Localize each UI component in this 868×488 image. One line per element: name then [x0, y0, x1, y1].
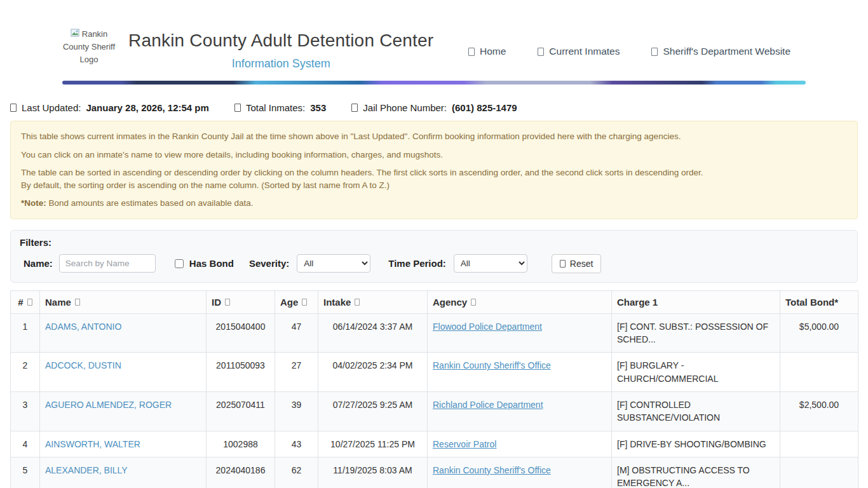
status-bar: Last Updated: January 28, 2026, 12:54 pm… [10, 102, 858, 113]
notice-line: The table can be sorted in ascending or … [21, 166, 847, 191]
status-value: January 28, 2026, 12:54 pm [86, 102, 208, 113]
external-link-icon [651, 48, 658, 56]
charge-text: [F] CONTROLLED SUBSTANCE/VIOLATION [612, 392, 780, 431]
intake-date: 07/27/2025 9:25 AM [318, 392, 428, 431]
table-row: 1ADAMS, ANTONIO20150404004706/14/2024 3:… [11, 313, 858, 353]
home-icon [468, 48, 475, 56]
status-last-updated: Last Updated: January 28, 2026, 12:54 pm [10, 102, 209, 113]
inmate-name-link-cell: AINSWORTH, WALTER [40, 431, 207, 457]
agency-link[interactable]: Rankin County Sheriff's Office [433, 465, 551, 475]
nav-label: Current Inmates [549, 46, 620, 57]
charge-text: [F] DRIVE-BY SHOOTING/BOMBING [612, 431, 780, 457]
inmate-name-link[interactable]: ADCOCK, DUSTIN [45, 360, 121, 370]
column-label: Name [45, 297, 71, 308]
inmate-age: 47 [275, 313, 318, 353]
agency-link-cell: Rankin County Sheriff's Office [428, 353, 612, 392]
nav-link-sheriff-website[interactable]: Sheriff's Department Website [651, 46, 790, 57]
filters-title: Filters: [20, 237, 850, 248]
agency-link[interactable]: Rankin County Sheriff's Office [433, 360, 551, 370]
notice-line: You can click on an inmate's name to vie… [21, 149, 847, 161]
column-header-name[interactable]: Name [40, 290, 207, 313]
reset-button[interactable]: Reset [552, 254, 602, 273]
notice-line: This table shows current inmates in the … [21, 130, 847, 143]
reset-label: Reset [570, 259, 593, 269]
notice-text: The table can be sorted in ascending or … [21, 168, 703, 177]
agency-link[interactable]: Reservoir Patrol [433, 439, 496, 449]
column-label: Charge 1 [617, 297, 658, 308]
time-period-label: Time Period: [388, 258, 446, 269]
inmate-id: 2024040186 [207, 457, 275, 488]
filters-panel: Filters: Name: Has Bond Severity: All Ti… [10, 230, 858, 283]
clock-icon [10, 104, 17, 112]
has-bond-checkbox[interactable] [175, 259, 184, 268]
column-header-charge-1: Charge 1 [612, 290, 780, 313]
table-body: 1ADAMS, ANTONIO20150404004706/14/2024 3:… [11, 313, 858, 488]
intake-date: 10/27/2025 11:25 PM [318, 431, 428, 457]
column-label: ID [212, 297, 221, 308]
inmates-icon [538, 48, 544, 56]
inmate-name-link[interactable]: ADAMS, ANTONIO [45, 322, 121, 332]
column-label: Agency [433, 297, 467, 308]
notice-text: By default, the sorting order is ascendi… [21, 180, 390, 190]
sort-icon [355, 299, 360, 306]
reset-icon [560, 260, 566, 268]
notice-note: *Note: Bond amounts are estimates based … [21, 197, 847, 210]
severity-select[interactable]: All [297, 254, 370, 273]
agency-link[interactable]: Flowood Police Department [433, 322, 542, 332]
filters-row: Name: Has Bond Severity: All Time Period… [18, 254, 850, 273]
status-label: Jail Phone Number: [363, 102, 447, 113]
inmate-id: 1002988 [207, 431, 275, 457]
time-period-select[interactable]: All [454, 254, 527, 273]
has-bond-label: Has Bond [189, 258, 234, 269]
table-row: 3AGUERO ALMENDEZ, ROGER20250704113907/27… [11, 392, 858, 431]
inmate-id: 2025070411 [207, 392, 275, 431]
column-label: Age [280, 297, 298, 308]
agency-link-cell: Richland Police Department [428, 392, 612, 431]
broken-image-icon [71, 29, 80, 38]
name-search-input[interactable] [59, 254, 156, 273]
charge-text: [M] OBSTRUCTING ACCESS TO EMERGENCY A... [612, 457, 780, 488]
nav-link-home[interactable]: Home [468, 46, 506, 57]
row-number: 5 [11, 457, 40, 488]
inmate-id: 2015040400 [207, 313, 275, 353]
phone-icon [351, 104, 358, 112]
column-header-age[interactable]: Age [275, 290, 318, 313]
column-header-id[interactable]: ID [207, 290, 275, 313]
agency-link-cell: Rankin County Sheriff's Office [428, 457, 612, 488]
column-label: # [18, 297, 23, 308]
table-row: 5ALEXANDER, BILLY20240401866211/19/2025 … [11, 457, 858, 488]
inmate-age: 62 [275, 457, 318, 488]
inmate-id: 2011050093 [207, 353, 275, 392]
table-row: 2ADCOCK, DUSTIN20110500932704/02/2025 2:… [11, 353, 858, 392]
sheriff-logo: Rankin County Sheriff Logo [62, 27, 116, 66]
agency-link[interactable]: Richland Police Department [433, 400, 543, 410]
info-notice: This table shows current inmates in the … [10, 121, 858, 219]
column-header-agency[interactable]: Agency [428, 290, 612, 313]
column-header-intake[interactable]: Intake [318, 290, 428, 313]
agency-link-cell: Flowood Police Department [428, 313, 612, 353]
row-number: 2 [11, 353, 40, 392]
row-number: 1 [11, 313, 40, 353]
inmate-name-link-cell: ALEXANDER, BILLY [40, 457, 207, 488]
inmate-name-link[interactable]: AGUERO ALMENDEZ, ROGER [45, 400, 172, 410]
status-label: Total Inmates: [246, 102, 305, 113]
sort-icon [471, 299, 476, 306]
row-number: 4 [11, 431, 40, 457]
intake-date: 04/02/2025 2:34 PM [318, 353, 428, 392]
inmate-age: 39 [275, 392, 318, 431]
charge-text: [F] CONT. SUBST.: POSSESSION OF SCHED... [612, 313, 780, 353]
nav-label: Home [480, 46, 506, 57]
inmate-name-link[interactable]: ALEXANDER, BILLY [45, 465, 128, 475]
status-value: (601) 825-1479 [452, 102, 517, 113]
status-value: 353 [310, 102, 326, 113]
note-label: *Note: [21, 198, 46, 208]
row-number: 3 [11, 392, 40, 431]
intake-date: 06/14/2024 3:37 AM [318, 313, 428, 353]
nav-link-current-inmates[interactable]: Current Inmates [538, 46, 620, 57]
inmate-name-link[interactable]: AINSWORTH, WALTER [45, 439, 140, 449]
inmate-name-link-cell: ADAMS, ANTONIO [40, 313, 207, 353]
people-icon [234, 104, 241, 112]
bond-amount [780, 431, 858, 457]
column-header-num[interactable]: # [11, 290, 40, 313]
table-header: #NameIDAgeIntakeAgencyCharge 1Total Bond… [11, 290, 858, 313]
